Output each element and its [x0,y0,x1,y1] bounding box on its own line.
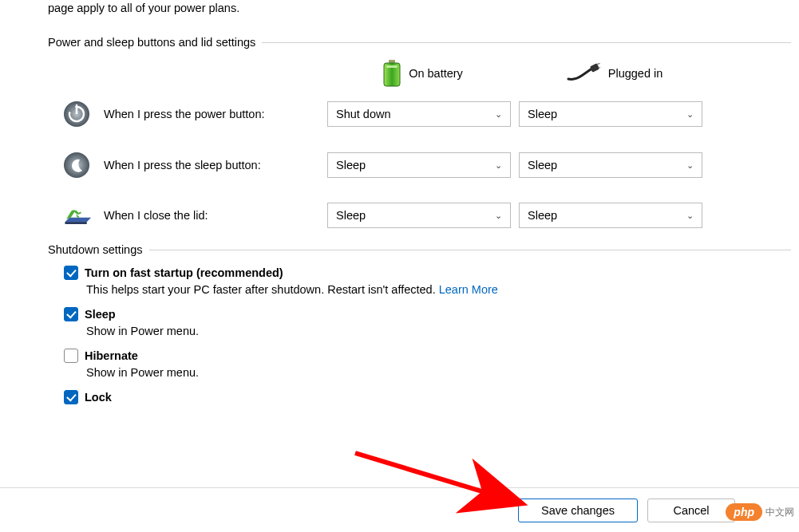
dropdown-value: Sleep [528,209,557,222]
column-header-battery: On battery [327,60,519,87]
section-header-shutdown: Shutdown settings [48,243,799,256]
sleep-button-icon [61,151,93,179]
chevron-down-icon: ⌄ [495,109,502,120]
section-label: Shutdown settings [48,243,149,256]
section-label: Power and sleep buttons and lid settings [48,36,262,49]
dropdown-lid-plugged[interactable]: Sleep ⌄ [519,203,702,228]
dropdown-sleep-plugged[interactable]: Sleep ⌄ [519,152,702,178]
chevron-down-icon: ⌄ [495,211,502,221]
dropdown-power-plugged[interactable]: Sleep ⌄ [519,101,702,127]
column-headers: On battery Plugged in [48,60,799,87]
power-button-icon [61,100,93,128]
dropdown-power-battery[interactable]: Shut down ⌄ [327,101,511,127]
svg-line-5 [599,65,600,68]
row-label: When I press the sleep button: [104,159,261,171]
checkbox-sleep[interactable] [64,307,78,321]
svg-rect-2 [386,65,398,68]
checkbox-label: Sleep [85,308,116,321]
dropdown-value: Sleep [336,159,366,171]
row-power-button: When I press the power button: Shut down… [48,100,799,128]
close-lid-icon [61,202,93,229]
plug-icon [567,63,600,84]
footer-bar: Save changes Cancel [0,487,799,532]
chevron-down-icon: ⌄ [495,160,502,171]
checkbox-fast-startup[interactable] [64,266,78,280]
dropdown-value: Sleep [336,209,366,222]
item-description: This helps start your PC faster after sh… [86,283,799,296]
dropdown-value: Shut down [336,108,391,120]
dropdown-value: Sleep [528,108,557,120]
row-close-lid: When I close the lid: Sleep ⌄ Sleep ⌄ [48,202,799,229]
row-label: When I press the power button: [104,108,265,120]
dropdown-value: Sleep [528,159,557,171]
checkbox-hibernate[interactable] [64,349,78,363]
save-changes-button[interactable]: Save changes [518,499,638,522]
shutdown-item-lock: Lock [64,390,799,404]
checkbox-lock[interactable] [64,390,78,404]
watermark: php 中文网 [726,503,794,521]
column-label-battery: On battery [409,67,463,80]
section-rule [262,42,791,43]
svg-rect-0 [389,60,395,63]
column-label-plugged: Plugged in [608,67,663,80]
checkbox-label: Lock [85,391,112,404]
row-label: When I close the lid: [104,209,208,222]
item-description: Show in Power menu. [86,366,799,379]
svg-line-4 [597,63,600,65]
dropdown-lid-battery[interactable]: Sleep ⌄ [327,203,511,228]
watermark-badge: php [726,503,762,521]
shutdown-item-hibernate: Hibernate Show in Power menu. [64,349,799,379]
chevron-down-icon: ⌄ [686,160,694,171]
row-sleep-button: When I press the sleep button: Sleep ⌄ S… [48,151,799,179]
chevron-down-icon: ⌄ [686,211,694,221]
checkbox-label: Hibernate [85,349,138,362]
battery-icon [383,60,401,87]
section-rule [149,250,792,250]
cancel-button[interactable]: Cancel [647,499,735,522]
intro-text: page apply to all of your power plans. [48,0,799,17]
dropdown-sleep-battery[interactable]: Sleep ⌄ [327,152,511,178]
shutdown-item-fast-startup: Turn on fast startup (recommended) This … [64,266,799,296]
learn-more-link[interactable]: Learn More [439,283,498,296]
watermark-text: 中文网 [765,506,794,519]
item-description: Show in Power menu. [86,325,799,337]
checkbox-label: Turn on fast startup (recommended) [85,266,283,279]
column-header-plugged: Plugged in [519,63,710,84]
chevron-down-icon: ⌄ [686,109,694,120]
shutdown-item-sleep: Sleep Show in Power menu. [64,307,799,337]
section-header-buttons-lid: Power and sleep buttons and lid settings [48,36,799,49]
